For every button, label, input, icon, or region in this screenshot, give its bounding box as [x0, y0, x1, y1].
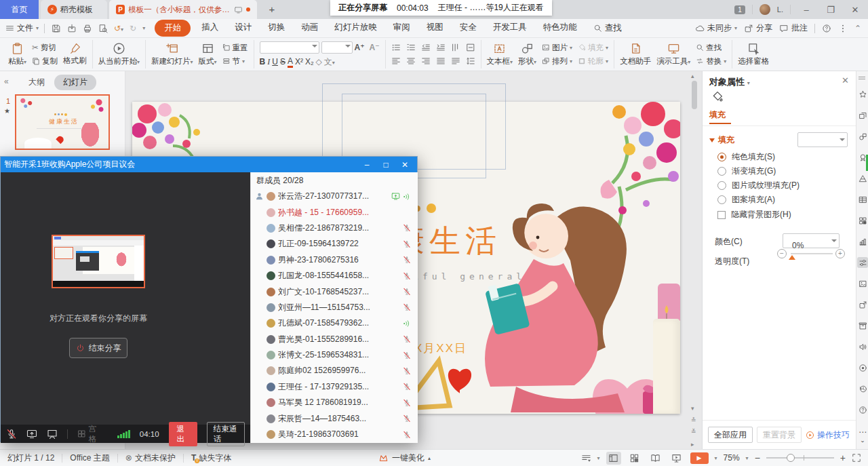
menu-item-设计[interactable]: 设计 [226, 20, 260, 37]
exit-button[interactable]: 退出 [169, 422, 197, 446]
scroll-up-icon[interactable]: ▴ [691, 73, 694, 79]
audio-on-icon[interactable] [403, 193, 411, 201]
fill-option-radio[interactable]: 纯色填充(S) [717, 151, 775, 163]
comment-button[interactable]: 批注 [779, 22, 808, 34]
member-row[interactable]: 陈庭帅02 1526959976... [251, 363, 418, 378]
fill-tab[interactable]: 填充 [709, 109, 726, 121]
zoom-level[interactable]: 75% [724, 453, 740, 463]
restore-button[interactable]: ❐ [822, 5, 840, 15]
format-button-5[interactable]: X² [295, 57, 303, 66]
new-slide-button[interactable]: 新建幻灯片▾ [151, 42, 193, 66]
missing-fonts-status[interactable]: T! 缺失字体 [184, 452, 239, 464]
layout-grid-icon[interactable] [857, 215, 868, 226]
table-icon[interactable] [857, 194, 868, 205]
mic-muted-icon[interactable] [403, 383, 411, 391]
cut-button[interactable]: ✂剪切 [32, 43, 58, 53]
menu-find[interactable]: 查找 [585, 20, 630, 36]
menu-item-审阅[interactable]: 审阅 [385, 20, 418, 37]
meeting-window[interactable]: 智能开采1班收购Apple公司项目议会 – □ ✕ 对方正在观看你分享的屏幕 [0, 156, 418, 442]
mic-muted-icon[interactable] [403, 414, 411, 423]
notification-badge[interactable]: 1 [734, 5, 745, 14]
member-row[interactable]: 孔正-09-15964139722 [251, 236, 418, 252]
align-right-icon[interactable] [421, 56, 431, 66]
justify-icon[interactable] [436, 56, 446, 66]
format-button-0[interactable]: B [260, 57, 266, 66]
line-spacing-icon[interactable] [466, 56, 475, 66]
end-call-button[interactable]: 结束通话 [207, 422, 245, 446]
fill-section-header[interactable]: 填充 [709, 134, 734, 146]
screen-record-icon[interactable] [857, 362, 868, 373]
more-options-icon[interactable] [838, 24, 848, 33]
screen-share-button[interactable] [26, 429, 37, 440]
customize-toolbar-icon[interactable]: ▾ [142, 25, 145, 31]
menu-item-开始[interactable]: 开始 [155, 20, 191, 37]
meeting-titlebar[interactable]: 智能开采1班收购Apple公司项目议会 [1, 157, 417, 172]
speaker-icon[interactable] [857, 341, 868, 352]
decrease-font-button[interactable]: A⁻ [370, 43, 380, 52]
mic-muted-icon[interactable] [403, 335, 411, 343]
menu-item-幻灯片放映[interactable]: 幻灯片放映 [326, 20, 385, 37]
member-row[interactable]: 张云浩-27-1307077317... [251, 189, 418, 204]
clear-format-icon[interactable]: ◇ [316, 57, 322, 66]
protection-status[interactable]: ⊗ 文档未保护 [118, 452, 183, 464]
fit-to-window-icon[interactable] [852, 453, 861, 463]
beautify-button[interactable]: 一键美化 ▴ [378, 452, 431, 464]
transparency-increase-button[interactable]: + [835, 249, 845, 258]
slideshow-play-button[interactable]: ▶ [690, 452, 709, 464]
member-row[interactable]: 刘广文-10-1768545237... [251, 284, 418, 299]
menu-item-动画[interactable]: 动画 [293, 20, 326, 37]
member-row[interactable]: 马军昊 12 1786081919... [251, 395, 418, 410]
undo-button[interactable]: ↺▾ [114, 24, 123, 33]
format-button-3[interactable]: S [280, 57, 285, 66]
view-presenter-button[interactable] [669, 452, 684, 465]
paste-button[interactable]: 粘贴▾ [8, 42, 26, 66]
shape-icon[interactable] [857, 131, 868, 142]
sync-button[interactable]: 未同步▾ [695, 22, 737, 34]
redo-button[interactable]: ↻ [130, 24, 136, 33]
zoom-chevron-icon[interactable]: ▾ [746, 455, 749, 461]
mic-muted-icon[interactable] [403, 303, 411, 311]
tab-slides[interactable]: 幻灯片 [54, 75, 96, 90]
format-button-1[interactable]: I [267, 57, 270, 67]
member-row[interactable]: 吴相儒-22-1867873219... [251, 220, 418, 236]
scroll-right-icon[interactable]: ▸ [691, 441, 694, 448]
slider-handle[interactable] [789, 255, 795, 260]
mic-muted-icon[interactable] [403, 256, 411, 264]
file-menu[interactable]: 文件 ▾ [0, 22, 44, 34]
fill-button[interactable]: 填充▾ [578, 43, 608, 53]
picture-button[interactable]: 图片▾ [542, 43, 572, 53]
export-share-icon[interactable] [857, 299, 868, 310]
text-box-button[interactable]: 文本框▾ [487, 42, 513, 66]
find-button[interactable]: 查找 [696, 43, 726, 53]
mic-muted-icon[interactable] [403, 399, 411, 407]
align-left-icon[interactable] [391, 56, 401, 66]
member-row[interactable]: 孔国龙-08-1555441658... [251, 268, 418, 284]
tab-docer[interactable]: ⚡ 稻壳模板 [41, 0, 107, 19]
zoom-slider-handle[interactable] [787, 454, 795, 462]
collapse-ribbon-button[interactable]: ⌃ [854, 24, 861, 33]
member-row[interactable]: 刘亚州—11—15154753... [251, 300, 418, 315]
scroll-down-icon[interactable]: ▾ [691, 405, 694, 412]
format-painter-button[interactable]: 格式刷 [63, 43, 87, 66]
panel-close-icon[interactable]: ✕ [842, 75, 849, 85]
collapse-panel-button[interactable]: « [4, 77, 9, 86]
text-direction-icon[interactable] [451, 43, 460, 52]
mic-muted-icon[interactable] [403, 431, 411, 439]
presentation-tools-button[interactable]: 演示工具▾ [656, 42, 690, 66]
numbered-list-icon[interactable] [406, 43, 416, 52]
help-icon[interactable] [857, 404, 868, 415]
reset-button[interactable]: 重置 [222, 43, 248, 53]
menu-item-特色功能[interactable]: 特色功能 [535, 20, 585, 37]
resource-box-icon[interactable] [857, 320, 868, 331]
tips-link[interactable]: 操作技巧 [806, 429, 850, 441]
fill-option-radio[interactable]: 图片或纹理填充(P) [717, 180, 800, 191]
shapes-button[interactable]: 形状▾ [518, 42, 536, 66]
menu-item-开发工具[interactable]: 开发工具 [485, 20, 535, 37]
zoom-out-button[interactable]: − [755, 452, 760, 463]
chart-icon[interactable] [857, 236, 868, 247]
format-button-2[interactable]: U [272, 57, 278, 66]
fill-option-radio[interactable]: 渐变填充(G) [717, 166, 776, 177]
section-button[interactable]: 节▾ [222, 56, 248, 66]
save-button[interactable] [52, 24, 61, 33]
member-row[interactable]: 宋辰哲—14—1875463... [251, 410, 418, 426]
